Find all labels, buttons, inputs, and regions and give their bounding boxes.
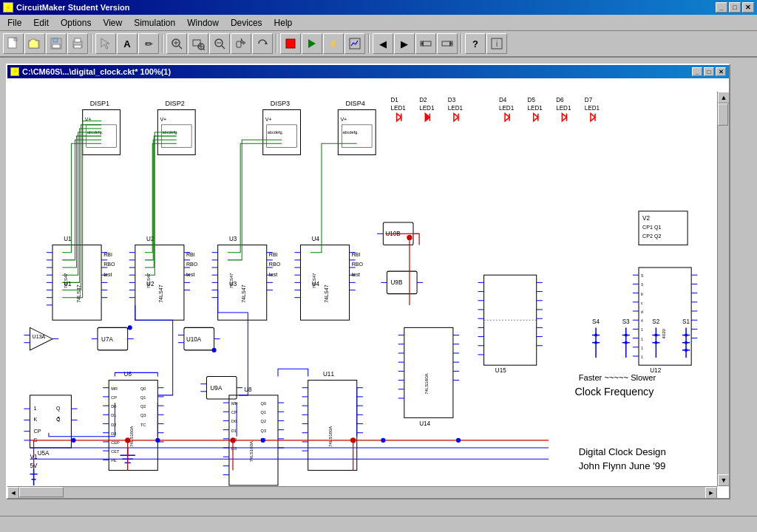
menu-options[interactable]: Options: [55, 15, 97, 30]
svg-text:U15: U15: [495, 367, 506, 374]
open-button[interactable]: [24, 33, 45, 54]
svg-text:Q1: Q1: [140, 395, 146, 400]
title-bar-controls: _ □ ✕: [716, 2, 754, 13]
svg-text:LED1: LED1: [448, 105, 464, 112]
svg-text:D6: D6: [556, 97, 564, 103]
minimize-button[interactable]: _: [716, 2, 727, 13]
left-button[interactable]: [415, 33, 436, 54]
pan-button[interactable]: [231, 33, 251, 54]
svg-text:S3: S3: [622, 318, 630, 325]
zoom-box-button[interactable]: [188, 33, 208, 54]
back-button[interactable]: ◀: [373, 33, 393, 54]
svg-text:U10A: U10A: [186, 336, 202, 343]
svg-text:D1: D1: [391, 97, 399, 103]
close-button[interactable]: ✕: [742, 2, 754, 13]
menu-view[interactable]: View: [97, 15, 128, 30]
svg-text:V2: V2: [642, 215, 650, 222]
svg-text:D1: D1: [111, 413, 116, 417]
svg-text:U4: U4: [312, 236, 320, 242]
svg-text:74LS47: 74LS47: [324, 284, 330, 303]
svg-text:Q: Q: [56, 406, 61, 412]
svg-marker-23: [241, 38, 245, 44]
svg-line-21: [222, 46, 225, 49]
circuit-close[interactable]: ✕: [716, 67, 726, 76]
zoom-out-button[interactable]: [209, 33, 230, 54]
new-button[interactable]: [3, 33, 24, 54]
zoom-in-button[interactable]: [166, 33, 187, 54]
menu-window[interactable]: Window: [181, 15, 225, 30]
svg-text:test: test: [269, 272, 277, 278]
svg-rect-0: [8, 38, 16, 48]
circuit-canvas[interactable]: DISP1 V+ abcdefg. DISP2 V+ abcdefg. DISP…: [7, 78, 729, 498]
circuit-title-controls: _ □ ✕: [692, 67, 726, 76]
save-button[interactable]: [46, 33, 67, 54]
right-button[interactable]: [437, 33, 458, 54]
svg-rect-6: [52, 44, 60, 48]
svg-text:Q2: Q2: [140, 404, 146, 409]
svg-point-348: [685, 341, 688, 344]
scope-button[interactable]: [344, 33, 365, 54]
scroll-down-button[interactable]: ▼: [718, 474, 729, 486]
scroll-left-button[interactable]: ◄: [7, 487, 19, 498]
sep3: [276, 34, 277, 53]
svg-point-354: [654, 334, 657, 337]
svg-text:RBO: RBO: [103, 262, 115, 267]
scroll-thumb-vertical[interactable]: [718, 103, 728, 126]
circuit-maximize[interactable]: □: [704, 67, 714, 76]
svg-text:CEP: CEP: [111, 440, 120, 445]
svg-text:MR: MR: [111, 386, 118, 391]
help-button[interactable]: ?: [465, 33, 486, 54]
svg-point-407: [155, 438, 160, 443]
circuit-title-bar: ⚡ C:\CM60S\...\digital_clock.ckt* 100%(1…: [7, 65, 729, 78]
svg-text:CP: CP: [111, 395, 117, 400]
print-button[interactable]: [67, 33, 88, 54]
scroll-right-button[interactable]: ►: [705, 487, 717, 498]
svg-point-361: [625, 341, 628, 344]
svg-text:U14: U14: [419, 420, 430, 427]
scroll-thumb-horizontal[interactable]: [19, 487, 64, 497]
svg-text:CP: CP: [34, 429, 41, 434]
svg-text:RBO: RBO: [269, 262, 281, 267]
svg-text:D5: D5: [528, 97, 536, 103]
scroll-up-button[interactable]: ▲: [718, 92, 729, 103]
svg-text:V+: V+: [265, 117, 272, 123]
text-button[interactable]: A: [117, 33, 138, 54]
svg-rect-9: [74, 45, 81, 48]
horizontal-scrollbar[interactable]: ◄ ►: [7, 486, 717, 498]
svg-text:D1: D1: [231, 429, 237, 433]
svg-text:U9A: U9A: [211, 385, 223, 392]
menu-bar: File Edit Options View Simulation Window…: [0, 15, 757, 31]
stop-button[interactable]: [280, 33, 301, 54]
svg-text:Q0: Q0: [261, 401, 266, 406]
svg-text:DISP3: DISP3: [271, 100, 290, 107]
svg-text:D4: D4: [499, 97, 507, 103]
wire-button[interactable]: ✏: [138, 33, 159, 54]
arrow-button[interactable]: [95, 33, 116, 54]
svg-point-406: [71, 438, 75, 443]
svg-text:RBI: RBI: [352, 252, 361, 258]
svg-text:CP1 Q1: CP1 Q1: [642, 225, 661, 231]
circuit-diagram: DISP1 V+ abcdefg. DISP2 V+ abcdefg. DISP…: [7, 78, 729, 498]
author-text: John Flynn June '99: [579, 460, 666, 471]
run-button[interactable]: [302, 33, 322, 54]
rotate-button[interactable]: [252, 33, 273, 54]
svg-text:DISP2: DISP2: [166, 100, 185, 107]
menu-simulation[interactable]: Simulation: [128, 15, 181, 30]
menu-file[interactable]: File: [1, 15, 27, 30]
info-button[interactable]: i: [486, 33, 507, 54]
menu-devices[interactable]: Devices: [225, 15, 268, 30]
scroll-track-horizontal[interactable]: [19, 487, 705, 498]
svg-text:U1: U1: [64, 236, 72, 242]
maximize-button[interactable]: □: [729, 2, 741, 13]
svg-line-12: [179, 46, 182, 49]
scroll-track-vertical[interactable]: [718, 103, 729, 474]
vertical-scrollbar[interactable]: ▲ ▼: [717, 92, 729, 486]
probe-button[interactable]: ⚡: [323, 33, 344, 54]
menu-edit[interactable]: Edit: [27, 15, 55, 30]
menu-help[interactable]: Help: [268, 15, 299, 30]
svg-point-347: [685, 334, 688, 337]
forward-button[interactable]: ▶: [394, 33, 415, 54]
circuit-minimize[interactable]: _: [692, 67, 702, 76]
svg-text:CET: CET: [111, 449, 120, 454]
svg-marker-27: [308, 39, 316, 48]
